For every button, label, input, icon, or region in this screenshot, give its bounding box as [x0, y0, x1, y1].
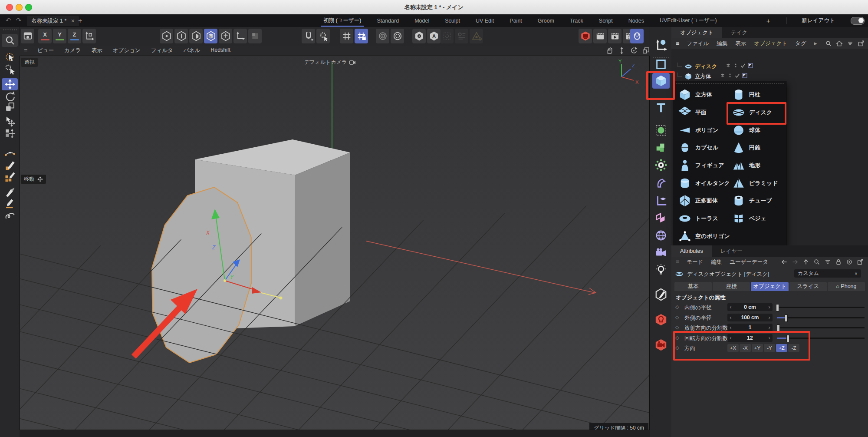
primitive-item-platonic[interactable]: 正多面体	[678, 192, 730, 210]
zoom-updown-button[interactable]	[618, 46, 626, 55]
layout-tab[interactable]: Script	[599, 14, 613, 27]
arrow-up-button[interactable]	[802, 258, 809, 265]
dots-toggle[interactable]	[727, 72, 733, 81]
spline-pen-tool-button[interactable]	[2, 147, 18, 159]
filter-button[interactable]	[824, 258, 831, 265]
value-spinner[interactable]: ‹100 cm›	[727, 314, 773, 321]
spinner-increase-icon[interactable]: ›	[766, 315, 773, 321]
primitive-item-empty-polygon[interactable]: 空のポリゴン	[678, 228, 730, 245]
arrow-left-button[interactable]	[781, 258, 788, 265]
om-menu-item[interactable]: タグ	[795, 40, 806, 47]
add-layout-button[interactable]: +	[766, 14, 770, 27]
primitive-item-figure[interactable]: フィギュア	[678, 157, 730, 175]
check-toggle[interactable]	[740, 62, 746, 71]
flag-toggle[interactable]	[747, 62, 754, 71]
grid-lock-button[interactable]	[355, 29, 368, 43]
brush-tool-button[interactable]	[2, 186, 18, 198]
home-button[interactable]	[836, 40, 843, 47]
spinner-decrease-icon[interactable]: ‹	[727, 315, 734, 321]
primitive-item-cone[interactable]: 円錐	[732, 139, 778, 157]
value-slider[interactable]	[777, 327, 865, 328]
layout-tab[interactable]: Track	[570, 14, 583, 27]
primitive-item-polygon[interactable]: ポリゴン	[678, 121, 730, 139]
text-t-button[interactable]	[652, 100, 670, 116]
add-document-tab-button[interactable]: +	[78, 17, 82, 25]
layout-tab[interactable]: UV Edit	[476, 14, 494, 27]
falloff-gear-button[interactable]	[391, 29, 404, 43]
clone-move-tool-button[interactable]	[2, 127, 18, 139]
primitive-item-capsule[interactable]: カプセル	[678, 139, 730, 157]
tex-square-button[interactable]	[248, 29, 262, 43]
viewport-menu-item[interactable]: オプション	[113, 47, 141, 54]
om-tab[interactable]: オブジェクト	[671, 27, 722, 38]
slider-handle[interactable]	[776, 304, 779, 311]
object-row[interactable]: 立方体	[675, 72, 866, 81]
new-layout-button[interactable]: 新レイアウト	[802, 14, 835, 27]
falloff-circles-button[interactable]	[376, 29, 389, 43]
document-tab[interactable]: 名称未設定 1 * ✕	[27, 16, 79, 26]
move-tool-button[interactable]	[2, 78, 18, 90]
om-tab[interactable]: テイク	[722, 27, 756, 38]
search-tool-button[interactable]	[2, 34, 18, 47]
attributes-tab[interactable]: Attributes	[671, 245, 712, 257]
viewport-menu-item[interactable]: ビュー	[37, 47, 54, 54]
hex-a-button[interactable]: A	[427, 29, 441, 43]
undo-icon[interactable]: ↶	[3, 17, 13, 24]
env-axis-button[interactable]	[652, 193, 670, 209]
deform-bend-button[interactable]	[652, 175, 670, 191]
preset-dropdown[interactable]: カスタム ∨	[794, 269, 861, 278]
om-menu-item[interactable]: オブジェクト	[754, 40, 787, 47]
section-tab-Phong[interactable]: ⌂ Phong	[828, 282, 865, 291]
viewport-menu-item[interactable]: カメラ	[64, 47, 81, 54]
sketch-pen-tool-button[interactable]	[2, 159, 18, 172]
spinner-increase-icon[interactable]: ›	[766, 324, 773, 331]
live-selection-tool-button[interactable]	[2, 51, 18, 63]
camera-button[interactable]	[652, 245, 670, 261]
layout-tab[interactable]: Nodes	[628, 14, 644, 27]
mode-axis-button[interactable]	[219, 29, 232, 43]
property-value[interactable]: 0 cm	[734, 304, 766, 310]
attr-menu-item[interactable]: モード	[687, 258, 703, 266]
primitive-item-tube[interactable]: チューブ	[732, 192, 778, 210]
om-burger-icon[interactable]: ≡	[676, 40, 679, 47]
dots-toggle[interactable]	[732, 62, 739, 71]
field-gear-button[interactable]	[652, 157, 670, 173]
mode-model-button[interactable]	[204, 29, 217, 43]
viewport-menu-item[interactable]: パネル	[184, 47, 200, 54]
attr-menu-item[interactable]: 編集	[711, 258, 722, 266]
viewport[interactable]: X Z Y 透視 デフォルトカメラ 移動 グリッド間隔 : 50 cm	[20, 56, 650, 430]
primitive-item-cube[interactable]: 立方体	[678, 86, 730, 104]
pan-hand-button[interactable]	[605, 46, 614, 55]
coord-system-button[interactable]	[82, 29, 96, 43]
layout-tab[interactable]: UVEdit-User (ユーザー)	[660, 14, 717, 27]
rs-camera-button[interactable]	[652, 337, 670, 353]
filter-button[interactable]	[847, 40, 854, 47]
attr-burger-icon[interactable]: ≡	[676, 258, 679, 265]
check-toggle[interactable]	[734, 72, 741, 81]
property-value[interactable]: 100 cm	[734, 315, 766, 321]
section-tab-オブジェクト[interactable]: オブジェクト	[751, 282, 788, 291]
section-tab-座標[interactable]: 座標	[713, 282, 750, 291]
primitive-item-cylinder[interactable]: 円柱	[732, 86, 778, 104]
value-spinner[interactable]: ‹0 cm›	[727, 303, 773, 311]
orientation-gizmo[interactable]: Y Z X	[607, 58, 641, 87]
scale-tool-button[interactable]	[2, 101, 18, 113]
axis-y-button[interactable]: Y	[53, 29, 66, 43]
mograph-button[interactable]	[652, 210, 670, 226]
scene-globe-button[interactable]	[652, 228, 670, 243]
gen-circle-button[interactable]	[652, 122, 670, 138]
layers-toggle[interactable]	[719, 72, 726, 81]
lock-button[interactable]	[835, 258, 842, 265]
layout-tab[interactable]: Sculpt	[445, 14, 460, 27]
layout-tab[interactable]: Paint	[510, 14, 522, 27]
key-diamond-icon[interactable]: ◇	[675, 315, 679, 320]
snap-magnet-button[interactable]	[302, 29, 315, 43]
primitive-item-oiltank[interactable]: オイルタンク	[678, 174, 730, 192]
axis-x-button[interactable]: X	[38, 29, 52, 43]
mode-polygons-button[interactable]	[189, 29, 203, 43]
rs-light-button[interactable]	[652, 312, 670, 328]
section-tab-基本[interactable]: 基本	[674, 282, 712, 291]
key-diamond-icon[interactable]: ◇	[675, 324, 679, 330]
primitive-item-plane[interactable]: 平面	[678, 104, 730, 122]
layout-tab[interactable]: Groom	[538, 14, 554, 27]
